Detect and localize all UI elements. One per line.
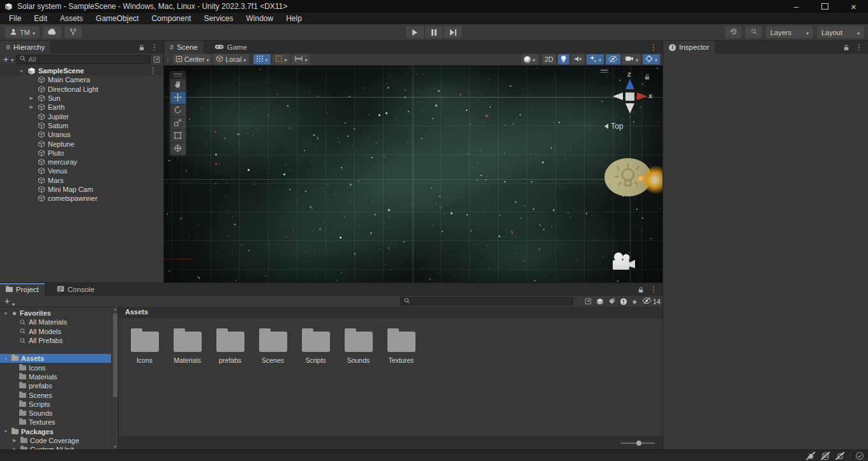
panel-menu-icon[interactable] [650,285,657,294]
toolbar-grip-icon[interactable]: ⡇ [167,57,171,62]
hierarchy-item[interactable]: Satum [0,121,163,130]
lock-icon[interactable] [843,44,849,51]
search-by-type-icon[interactable] [596,298,604,305]
project-search[interactable] [400,297,573,305]
gizmos-dropdown[interactable] [643,54,660,64]
debugger-detached-icon[interactable] [805,451,816,461]
orientation-gizmo[interactable]: Z X [609,73,651,122]
lock-icon[interactable] [138,44,145,51]
rotate-tool-button[interactable] [170,105,186,117]
auto-refresh-disabled-icon[interactable] [835,451,845,461]
asset-folder[interactable]: Scenes [251,326,294,364]
scale-tool-button[interactable] [170,117,186,129]
open-search-window-icon[interactable] [153,56,160,63]
search-by-label-icon[interactable] [608,298,615,305]
menu-gameobject[interactable]: GameObject [89,14,145,23]
transform-tool-button[interactable] [170,143,186,155]
grid-snap-toggle[interactable] [253,54,271,64]
create-asset-button[interactable] [4,296,10,306]
thumbnail-zoom-slider[interactable] [620,443,655,444]
view-orientation-label[interactable]: Top [604,122,623,131]
expand-arrow-icon[interactable]: ▶ [28,96,35,101]
project-tree-item[interactable]: Sounds [0,409,111,418]
asset-folder[interactable]: Textures [380,326,423,364]
project-tree-favorites[interactable]: ▼Favorites [0,309,111,318]
background-tasks-icon[interactable] [855,451,865,461]
tab-scene[interactable]: Scene [164,41,204,54]
scroll-down-icon[interactable]: ▼ [113,445,117,449]
version-control-button[interactable] [64,26,82,38]
menu-window[interactable]: Window [239,14,280,23]
minimize-button[interactable] [782,0,811,13]
hierarchy-item[interactable]: Directional Light [0,85,163,94]
hierarchy-item[interactable]: Venus [0,166,163,175]
scroll-up-icon[interactable]: ▲ [113,307,117,311]
menu-component[interactable]: Component [145,14,197,23]
shading-mode-dropdown[interactable] [521,54,538,64]
hierarchy-item[interactable]: Neptune [0,139,163,148]
menu-edit[interactable]: Edit [27,14,54,23]
pause-button[interactable] [425,26,443,38]
layout-dropdown[interactable]: Layout [817,26,864,38]
camera-settings-dropdown[interactable] [622,54,641,64]
hierarchy-item[interactable]: mercuray [0,157,163,166]
x-axis-cone[interactable] [637,92,647,100]
account-button[interactable]: TM [5,26,40,38]
panel-menu-icon[interactable] [650,43,657,52]
hand-tool-button[interactable] [170,79,186,91]
audio-toggle[interactable] [571,54,585,64]
project-tree-packages[interactable]: ▼Packages [0,427,111,436]
tab-project[interactable]: Project [0,283,45,296]
hierarchy-item[interactable]: Mini Map Cam [0,185,163,194]
project-tree-assets[interactable]: ▼Assets [0,354,111,363]
project-tree-item[interactable]: All Materials [0,318,111,326]
expand-arrow-icon[interactable]: ▼ [3,356,9,361]
menu-help[interactable]: Help [280,14,308,23]
search-importlog-icon[interactable] [620,298,627,305]
move-tool-button[interactable] [170,92,186,104]
open-search-window-icon[interactable] [585,298,592,305]
expand-arrow-icon[interactable]: ▶ [11,438,18,443]
project-tree-item[interactable]: Scripts [0,400,111,409]
panel-menu-icon[interactable] [151,43,158,52]
asset-folder[interactable]: Materials [166,326,209,364]
expand-arrow-icon[interactable]: ▶ [28,105,35,110]
hierarchy-item[interactable]: Pluto [0,149,163,157]
play-button[interactable] [406,26,424,38]
menu-file[interactable]: File [3,14,27,23]
rect-tool-button[interactable] [170,130,186,142]
scene-menu-icon[interactable] [149,66,163,75]
expand-arrow-icon[interactable]: ▼ [3,311,9,316]
slider-thumb[interactable] [636,441,641,446]
search-button[interactable] [745,26,762,38]
neg-y-axis-cone[interactable] [625,103,634,113]
z-axis-cone[interactable] [625,79,634,89]
lock-icon[interactable] [638,286,644,293]
project-tree-item[interactable]: prefabs [0,381,111,390]
hierarchy-item[interactable]: ▶Sun [0,94,163,103]
effects-dropdown[interactable] [587,54,604,64]
increment-snap-button[interactable] [273,54,290,64]
pivot-mode-dropdown[interactable]: Center [173,54,212,64]
project-search-input[interactable] [412,298,570,305]
asset-folder[interactable]: Icons [123,326,166,364]
project-tree-item[interactable]: All Prefabs [0,336,111,345]
asset-folder[interactable]: Scripts [294,326,337,364]
project-tree-item[interactable]: ▶Custom NUnit [0,445,111,450]
project-tree-item[interactable]: Icons [0,363,111,372]
asset-grid[interactable]: IconsMaterialsprefabsScenesScriptsSounds… [119,318,662,437]
step-button[interactable] [444,26,462,38]
project-tree-item[interactable]: Textures [0,418,111,427]
hierarchy-item[interactable]: ▶Earth [0,103,163,112]
menu-assets[interactable]: Assets [54,14,89,23]
hierarchy-item[interactable]: Jupiter [0,112,163,121]
neg-x-axis-cone[interactable] [613,92,623,100]
undo-history-button[interactable] [725,26,742,38]
gizmo-grip-icon[interactable] [601,70,608,74]
layers-dropdown[interactable]: Layers [766,26,813,38]
project-tree-item[interactable]: ▶Code Coverage [0,436,111,445]
add-gameobject-button[interactable] [3,55,8,64]
scene-viewport[interactable]: Z X Top [164,66,662,282]
hierarchy-search-input[interactable] [28,55,147,63]
asset-folder[interactable]: prefabs [209,326,251,364]
